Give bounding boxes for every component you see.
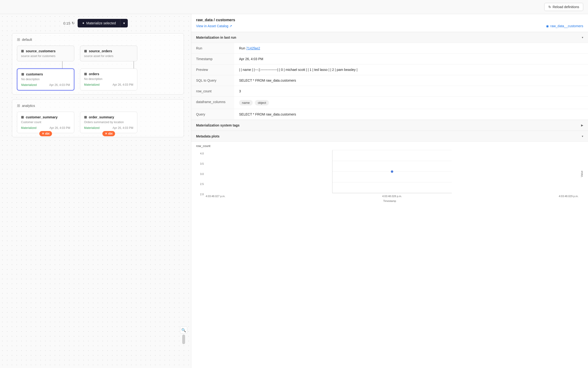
customer-summary-timestamp: Apr 26, 4:03 PM <box>49 126 70 129</box>
right-panel: raw_data / customers View in Asset Catal… <box>191 14 588 368</box>
tag-name: name <box>239 100 253 105</box>
reload-label: Reload definitions <box>553 5 579 9</box>
chart-container: row_count 4.0 3.5 3.0 2.5 2.0 <box>191 142 588 207</box>
sql-query-label: SQL to Query <box>191 75 234 86</box>
table-icon-5: ⊞ <box>21 115 24 119</box>
timestamp-value: Apr 26, 4:03 PM <box>234 54 588 64</box>
customers-header: ⊞ customers <box>21 72 70 76</box>
preview-label: Preview <box>191 64 234 75</box>
zoom-controls: 🔍 <box>180 326 187 344</box>
node-orders[interactable]: ⊞ orders No description Materialized Apr… <box>80 68 137 91</box>
connector-wrapper-2 <box>105 61 162 68</box>
connector-line-2 <box>133 61 134 68</box>
node-source-customers[interactable]: ⊞ source_customers source asset for cust… <box>17 46 74 61</box>
materialization-section-header[interactable]: Materialization in last run ▾ <box>191 32 588 43</box>
y-axis: 4.0 3.5 3.0 2.5 2.0 <box>196 150 204 198</box>
view-in-catalog-link[interactable]: View in Asset Catalog ↗ <box>196 24 232 28</box>
dbt-icon-1: ✕ <box>42 132 44 135</box>
x-axis: 4:03:48.027 p.m. 4:03:48.028 p.m. 4:03:4… <box>206 195 579 198</box>
main-nodes-row-default: ⊞ customers No description Materialized … <box>17 68 179 91</box>
dbt-badge-customer-summary: ✕ dbt <box>39 131 52 136</box>
dbt-badge-order-summary: ✕ dbt <box>103 131 115 136</box>
order-summary-desc: Orders summarized by location <box>84 120 133 124</box>
connector-wrapper-1 <box>34 61 91 68</box>
system-tags-section-header[interactable]: Materialization system tags ▶ <box>191 120 588 131</box>
source-customers-header: ⊞ source_customers <box>21 49 70 53</box>
customer-summary-footer: Materialized Apr 26, 4:03 PM <box>21 126 70 129</box>
reload-icon: ↻ <box>548 5 551 9</box>
row-count-value: 3 <box>234 86 588 96</box>
customers-desc: No description <box>21 78 70 81</box>
source-orders-desc: source asset for orders <box>84 55 133 58</box>
dbt-icon-2: ✕ <box>105 132 107 135</box>
breadcrumb: raw_data / customers <box>196 18 583 22</box>
metadata-plots-section-header[interactable]: Metadata plots ▾ <box>191 131 588 142</box>
node-customers[interactable]: ⊞ customers No description Materialized … <box>17 68 74 91</box>
sql-query-row: SQL to Query SELECT * FROM raw_data.cust… <box>191 75 588 86</box>
customers-label: customers <box>26 72 43 76</box>
view-link-text: View in Asset Catalog <box>196 24 228 28</box>
customer-summary-desc: Customer count <box>21 120 70 124</box>
y-tick-25: 2.5 <box>200 183 204 185</box>
graph-panel: 0:15 ↻ ✦ Materialize selected ▾ ⊞ defaul… <box>0 14 191 368</box>
source-orders-header: ⊞ source_orders <box>84 49 133 53</box>
connector-area-1 <box>17 61 179 68</box>
node-customer-summary[interactable]: ⊞ customer_summary Customer count Materi… <box>17 112 74 133</box>
run-link[interactable]: 7142fae2 <box>246 46 260 50</box>
reload-definitions-button[interactable]: ↻ Reload definitions <box>544 3 583 11</box>
timestamp-label: Timestamp <box>191 54 234 64</box>
timer-refresh-icon: ↻ <box>72 21 75 25</box>
x-tick-1: 4:03:48.027 p.m. <box>206 195 226 198</box>
asset-tag: ◉ raw_data__customers <box>546 24 583 28</box>
asset-tag-text: raw_data__customers <box>550 24 583 28</box>
metadata-plots-chevron: ▾ <box>582 135 583 138</box>
timer-display: 0:15 ↻ <box>63 21 75 25</box>
table-icon-3: ⊞ <box>21 72 24 76</box>
order-summary-header: ⊞ order_summary <box>84 115 133 119</box>
source-customers-desc: source asset for customers <box>21 55 70 58</box>
materialize-dropdown-button[interactable]: ▾ <box>120 19 128 28</box>
row-count-row: row_count 3 <box>191 86 588 97</box>
order-summary-status: Materialized <box>84 126 100 129</box>
y-tick-3: 3.0 <box>200 173 204 175</box>
source-orders-label: source_orders <box>89 49 112 53</box>
x-tick-2: 4:03:48.028 p.m. <box>382 195 402 198</box>
group-analytics-label: ⊞ analytics <box>17 103 179 108</box>
node-order-summary[interactable]: ⊞ order_summary Orders summarized by loc… <box>80 112 137 133</box>
source-customers-label: source_customers <box>26 49 56 53</box>
main-layout: 0:15 ↻ ✦ Materialize selected ▾ ⊞ defaul… <box>0 14 588 368</box>
scroll-handle[interactable] <box>182 335 185 344</box>
materialize-star-icon: ✦ <box>82 21 85 25</box>
node-source-orders[interactable]: ⊞ source_orders source asset for orders <box>80 46 137 61</box>
sql-query-value: SELECT * FROM raw_data.customers <box>234 75 588 86</box>
asset-tag-icon: ◉ <box>546 24 549 28</box>
customers-footer: Materialized Apr 26, 4:03 PM <box>21 83 70 87</box>
x-axis-label: Timestamp <box>196 200 583 202</box>
chart-data-point <box>391 170 393 173</box>
table-icon-6: ⊞ <box>84 115 87 119</box>
materialize-selected-button[interactable]: ✦ Materialize selected <box>78 19 120 28</box>
zoom-in-button[interactable]: 🔍 <box>180 326 187 334</box>
system-tags-title: Materialization system tags <box>196 123 239 127</box>
y-tick-4: 4.0 <box>200 152 204 155</box>
group-default-text: default <box>22 38 32 42</box>
order-summary-label: order_summary <box>89 115 114 119</box>
timestamp-row: Timestamp Apr 26, 4:03 PM <box>191 54 588 64</box>
order-summary-timestamp: Apr 26, 4:03 PM <box>113 126 133 129</box>
panel-header: raw_data / customers View in Asset Catal… <box>191 14 588 32</box>
customer-summary-label: customer_summary <box>26 115 57 119</box>
group-default: ⊞ default ⊞ source_customers source asse… <box>12 33 184 94</box>
orders-status: Materialized <box>84 83 100 86</box>
group-analytics-text: analytics <box>22 104 35 108</box>
preview-row: Preview | | name | |---:|:--------------… <box>191 64 588 75</box>
group-icon: ⊞ <box>17 37 20 42</box>
orders-desc: No description <box>84 77 133 81</box>
materialize-button-group: ✦ Materialize selected ▾ <box>78 19 128 28</box>
customer-summary-status: Materialized <box>21 126 37 129</box>
order-summary-footer: Materialized Apr 26, 4:03 PM <box>84 126 133 129</box>
row-count-label: row_count <box>191 86 234 96</box>
dataframe-columns-value: name object <box>234 97 588 109</box>
top-bar: ↻ Reload definitions <box>0 0 588 14</box>
connector-line-1 <box>62 61 63 68</box>
chart-svg <box>206 150 579 193</box>
